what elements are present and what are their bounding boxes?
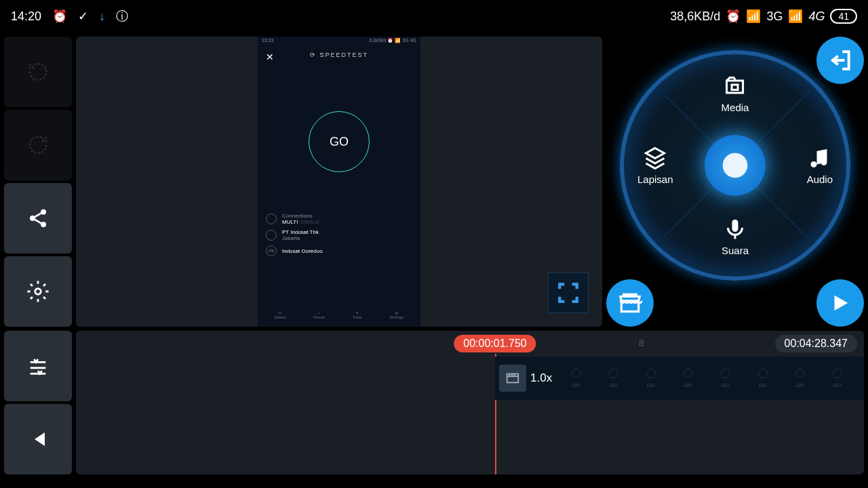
android-status-bar: 14:20 ⏰ ✓ ↓ ⓘ 38,6KB/d ⏰ 📶 3G 📶 4G 41 bbox=[0, 0, 868, 33]
status-netspeed: 38,6KB/d bbox=[670, 9, 720, 24]
video-preview-content[interactable]: 23:33 0,0KB/d ⏰ 📶 3G 4G ✕ ⟳ SPEEDTEST GO… bbox=[258, 37, 420, 327]
wheel-media-button[interactable]: Media bbox=[722, 75, 749, 113]
clip-thumbnail: GO bbox=[632, 361, 669, 395]
clip-thumbnail: GO bbox=[856, 361, 864, 395]
media-wheel-area: Media Lapisan Audio Suara bbox=[606, 37, 864, 327]
clip-thumbnail: GO bbox=[781, 361, 818, 395]
wheel-voice-label: Suara bbox=[722, 245, 749, 256]
svg-point-0 bbox=[41, 209, 46, 215]
svg-line-4 bbox=[35, 220, 41, 223]
svg-point-5 bbox=[35, 289, 41, 295]
download-icon: ↓ bbox=[99, 9, 105, 24]
svg-point-2 bbox=[41, 222, 46, 227]
wheel-layer-button[interactable]: Lapisan bbox=[637, 146, 673, 185]
exit-button[interactable] bbox=[816, 37, 864, 84]
clip-thumbnail: GO bbox=[818, 361, 856, 395]
wheel-media-label: Media bbox=[722, 102, 749, 113]
fullscreen-button[interactable] bbox=[548, 272, 589, 313]
total-time-indicator: 00:04:28.347 bbox=[775, 335, 857, 352]
timeline-tick: 8 bbox=[639, 338, 644, 348]
svg-rect-7 bbox=[732, 220, 738, 232]
clip-thumbnail: GO bbox=[595, 361, 632, 395]
info-icon: ⓘ bbox=[116, 8, 128, 24]
timeline-toolbar bbox=[4, 331, 72, 474]
undo-button[interactable] bbox=[4, 37, 72, 107]
timeline-adjust-button[interactable] bbox=[4, 331, 72, 401]
preview-app-title: ⟳ SPEEDTEST bbox=[258, 46, 420, 64]
current-time-indicator: 00:00:01.750 bbox=[454, 335, 536, 352]
store-button[interactable] bbox=[606, 279, 654, 327]
wheel-audio-button[interactable]: Audio bbox=[807, 146, 833, 185]
clip-speed-label: 1.0x bbox=[530, 371, 552, 385]
alarm-icon-2: ⏰ bbox=[726, 9, 741, 24]
status-time: 14:20 bbox=[11, 9, 41, 24]
status-net2: 4G bbox=[808, 9, 825, 24]
clip-thumbnail: GO bbox=[707, 361, 744, 395]
timeline-panel[interactable]: 00:00:01.750 8 00:04:28.347 1.0x GO GO G… bbox=[76, 331, 864, 474]
preview-phone-time: 23:33 bbox=[262, 38, 274, 45]
preview-isp-row: PT Indosat TbkJakarta bbox=[266, 229, 412, 241]
wheel-capture-button[interactable] bbox=[705, 135, 766, 196]
clip-thumbnail: GO bbox=[557, 361, 595, 395]
preview-close-icon: ✕ bbox=[266, 52, 274, 62]
battery-indicator: 41 bbox=[830, 9, 857, 24]
signal-icon-2: 📶 bbox=[788, 9, 803, 24]
media-wheel: Media Lapisan Audio Suara bbox=[620, 50, 850, 281]
svg-line-3 bbox=[35, 214, 41, 217]
svg-rect-6 bbox=[732, 85, 738, 90]
signal-icon-1: 📶 bbox=[746, 9, 761, 24]
video-clip[interactable]: 1.0x GO GO GO GO GO GO GO GO GO bbox=[495, 357, 864, 400]
preview-server-row: LTE Indosat Ooredoo bbox=[266, 245, 412, 256]
check-icon: ✓ bbox=[78, 9, 88, 24]
preview-go-button: GO bbox=[309, 111, 370, 172]
wheel-layer-label: Lapisan bbox=[637, 174, 673, 185]
left-toolbar bbox=[4, 37, 72, 327]
play-button[interactable] bbox=[816, 279, 864, 327]
clip-thumbnail: GO bbox=[744, 361, 781, 395]
redo-button[interactable] bbox=[4, 110, 72, 180]
preview-bottom-tabs: ⟳Speed ✓Result ✦Tools ⚙Settings bbox=[258, 302, 420, 327]
clip-media-icon bbox=[499, 365, 526, 392]
preview-connections-row: ConnectionsMULTI SINGLE bbox=[266, 213, 412, 225]
share-button[interactable] bbox=[4, 183, 72, 253]
wheel-audio-label: Audio bbox=[807, 174, 833, 185]
status-net1: 3G bbox=[766, 9, 783, 24]
preview-panel: 23:33 0,0KB/d ⏰ 📶 3G 4G ✕ ⟳ SPEEDTEST GO… bbox=[76, 37, 602, 327]
preview-phone-status-icons: 0,0KB/d ⏰ 📶 3G 4G bbox=[370, 38, 416, 45]
clip-thumbnail: GO bbox=[669, 361, 707, 395]
settings-button[interactable] bbox=[4, 256, 72, 327]
jump-to-start-button[interactable] bbox=[4, 404, 72, 474]
alarm-icon: ⏰ bbox=[52, 9, 67, 24]
wheel-voice-button[interactable]: Suara bbox=[722, 218, 749, 256]
svg-point-1 bbox=[30, 216, 35, 221]
